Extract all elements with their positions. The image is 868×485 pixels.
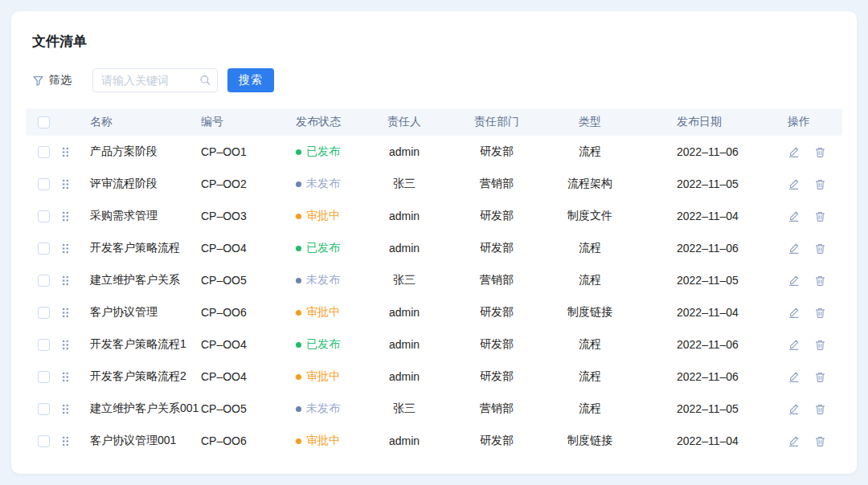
owner-name: admin <box>376 338 432 351</box>
edit-icon[interactable] <box>788 275 800 287</box>
row-checkbox[interactable] <box>38 371 50 383</box>
table-row: 客户协议管理001 CP–OO6 审批中 admin 研发部 制度链接 2022… <box>26 425 842 457</box>
status-dot-icon <box>296 246 301 251</box>
publish-date: 2022–11–06 <box>619 338 760 351</box>
delete-icon[interactable] <box>814 435 826 447</box>
column-header-date: 发布日期 <box>619 115 760 129</box>
owner-name: admin <box>376 306 432 319</box>
delete-icon[interactable] <box>814 403 826 415</box>
edit-icon[interactable] <box>788 339 800 351</box>
drag-handle-icon[interactable] <box>61 403 70 415</box>
table-row: 开发客户策略流程2 CP–OO4 审批中 admin 研发部 流程 2022–1… <box>26 361 842 393</box>
file-type: 制度文件 <box>561 209 619 223</box>
row-checkbox[interactable] <box>38 178 50 190</box>
department: 研发部 <box>432 369 561 384</box>
delete-icon[interactable] <box>814 371 826 383</box>
status-badge: 审批中 <box>296 369 340 384</box>
magnifier-icon <box>199 75 211 87</box>
status-dot-icon <box>296 438 301 444</box>
drag-handle-icon[interactable] <box>61 371 70 383</box>
table-row: 建立维护客户关系001 CP–OO5 未发布 张三 营销部 流程 2022–11… <box>26 393 842 425</box>
filter-button[interactable]: 筛选 <box>32 73 72 88</box>
row-checkbox[interactable] <box>38 243 50 255</box>
drag-handle-icon[interactable] <box>61 210 70 222</box>
status-label: 审批中 <box>306 369 340 384</box>
table-row: 采购需求管理 CP–OO3 审批中 admin 研发部 制度文件 2022–11… <box>26 200 842 232</box>
edit-icon[interactable] <box>788 243 800 255</box>
status-label: 未发布 <box>306 273 340 287</box>
publish-date: 2022–11–04 <box>619 434 760 447</box>
publish-date: 2022–11–05 <box>619 177 760 190</box>
filter-label: 筛选 <box>49 73 72 88</box>
table-header: 名称 编号 发布状态 责任人 责任部门 类型 发布日期 操作 <box>26 108 842 136</box>
status-label: 已发布 <box>306 337 340 352</box>
drag-handle-icon[interactable] <box>61 307 70 319</box>
edit-icon[interactable] <box>788 371 800 383</box>
edit-icon[interactable] <box>788 307 800 319</box>
row-checkbox[interactable] <box>38 339 50 351</box>
status-dot-icon <box>296 278 301 283</box>
department: 研发部 <box>432 145 561 159</box>
drag-handle-icon[interactable] <box>61 435 70 447</box>
file-code: CP–OO4 <box>201 370 291 383</box>
file-code: CP–OO4 <box>201 338 291 351</box>
file-code: CP–OO6 <box>201 306 291 319</box>
drag-handle-icon[interactable] <box>61 339 70 351</box>
delete-icon[interactable] <box>814 146 826 158</box>
status-label: 审批中 <box>306 305 340 320</box>
status-badge: 审批中 <box>296 209 340 223</box>
status-label: 未发布 <box>306 401 340 416</box>
file-code: CP–OO3 <box>201 210 291 222</box>
row-checkbox[interactable] <box>38 307 50 319</box>
edit-icon[interactable] <box>788 178 800 190</box>
row-checkbox[interactable] <box>38 403 50 415</box>
file-name: 建立维护客户关系 <box>85 273 201 287</box>
status-label: 已发布 <box>306 241 340 255</box>
table-row: 开发客户策略流程 CP–OO4 已发布 admin 研发部 流程 2022–11… <box>26 232 842 264</box>
edit-icon[interactable] <box>788 210 800 222</box>
delete-icon[interactable] <box>814 210 826 222</box>
delete-icon[interactable] <box>814 275 826 287</box>
drag-handle-icon[interactable] <box>61 243 70 255</box>
delete-icon[interactable] <box>814 339 826 351</box>
department: 研发部 <box>432 337 561 352</box>
table-row: 产品方案阶段 CP–OO1 已发布 admin 研发部 流程 2022–11–0… <box>26 136 842 168</box>
file-code: CP–OO5 <box>201 274 291 287</box>
delete-icon[interactable] <box>814 307 826 319</box>
toolbar: 筛选 搜索 <box>32 68 857 92</box>
column-header-department: 责任部门 <box>432 115 561 129</box>
edit-icon[interactable] <box>788 403 800 415</box>
publish-date: 2022–11–04 <box>619 210 760 222</box>
table-row: 建立维护客户关系 CP–OO5 未发布 张三 营销部 流程 2022–11–05 <box>26 264 842 296</box>
table-row: 开发客户策略流程1 CP–OO4 已发布 admin 研发部 流程 2022–1… <box>26 328 842 361</box>
file-code: CP–OO4 <box>201 242 291 255</box>
edit-icon[interactable] <box>788 146 800 158</box>
owner-name: 张三 <box>376 177 432 191</box>
department: 营销部 <box>432 177 561 191</box>
row-checkbox[interactable] <box>38 275 50 287</box>
edit-icon[interactable] <box>788 435 800 447</box>
department: 研发部 <box>432 209 561 223</box>
status-dot-icon <box>296 342 301 348</box>
row-checkbox[interactable] <box>38 146 50 158</box>
status-label: 未发布 <box>306 177 340 191</box>
drag-handle-icon[interactable] <box>61 178 70 190</box>
file-type: 流程 <box>561 273 619 287</box>
search-button[interactable]: 搜索 <box>227 68 274 92</box>
row-checkbox[interactable] <box>38 435 50 447</box>
drag-handle-icon[interactable] <box>61 275 70 287</box>
column-header-code: 编号 <box>201 115 291 129</box>
owner-name: 张三 <box>376 273 432 287</box>
delete-icon[interactable] <box>814 243 826 255</box>
status-dot-icon <box>296 149 301 155</box>
file-type: 流程架构 <box>561 177 619 191</box>
department: 研发部 <box>432 434 561 448</box>
row-checkbox[interactable] <box>38 210 50 222</box>
publish-date: 2022–11–04 <box>619 306 760 319</box>
owner-name: admin <box>376 145 432 158</box>
delete-icon[interactable] <box>814 178 826 190</box>
status-dot-icon <box>296 406 301 412</box>
drag-handle-icon[interactable] <box>61 146 70 158</box>
select-all-checkbox[interactable] <box>38 116 50 128</box>
status-badge: 未发布 <box>296 177 340 191</box>
